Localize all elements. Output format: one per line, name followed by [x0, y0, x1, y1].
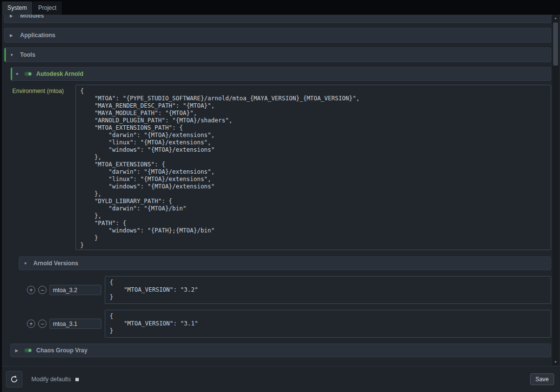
scrollbar-thumb[interactable]: [553, 23, 558, 66]
chevron-right-icon: ▶: [10, 33, 15, 38]
group-title-arnold: Autodesk Arnold: [36, 70, 83, 77]
scroll-down-icon[interactable]: ▼: [552, 359, 559, 366]
chevron-down-icon: ▼: [10, 53, 15, 57]
chevron-right-icon: ▶: [15, 348, 20, 353]
add-version-button[interactable]: +: [27, 286, 35, 294]
refresh-button[interactable]: [6, 371, 23, 388]
version-row: + − { "MTOA_VERSION": "3.2" }: [27, 276, 551, 304]
arnold-enabled-toggle-icon[interactable]: [24, 72, 32, 76]
modify-defaults-checkbox[interactable]: [75, 378, 79, 381]
version-json-textarea[interactable]: { "MTOA_VERSION": "3.1" }: [105, 310, 551, 338]
tab-system[interactable]: System: [2, 1, 32, 15]
add-version-button[interactable]: +: [27, 320, 35, 328]
remove-version-button[interactable]: −: [38, 286, 47, 294]
save-button[interactable]: Save: [530, 373, 554, 385]
refresh-icon: [10, 375, 19, 384]
scrollbar[interactable]: ▲ ▼: [552, 15, 559, 366]
vray-enabled-toggle-icon[interactable]: [24, 348, 32, 352]
footer-bar: Modify defaults Save: [2, 366, 560, 392]
remove-version-button[interactable]: −: [38, 320, 47, 328]
version-row: + − { "MTOA_VERSION": "3.1" }: [27, 310, 551, 338]
section-label-tools: Tools: [20, 51, 35, 58]
subsection-header-arnold-versions[interactable]: ▼ Arnold Versions: [19, 256, 551, 270]
section-header-tools[interactable]: ▼ Tools: [4, 47, 551, 62]
section-label-modules: Modules: [20, 15, 44, 19]
modify-defaults-label: Modify defaults: [31, 376, 71, 383]
environment-row: Environment (mtoa) { "MTOA": "{PYPE_STUD…: [12, 85, 551, 250]
settings-panel: ▶ Modules ▶ Applications ▼ Tools ▼ Autod…: [0, 15, 560, 392]
environment-json-textarea[interactable]: { "MTOA": "{PYPE_STUDIO_SOFTWARE}/arnold…: [75, 85, 551, 250]
group-title-vray: Chaos Group Vray: [36, 347, 88, 354]
settings-scroll-area: ▶ Modules ▶ Applications ▼ Tools ▼ Autod…: [2, 15, 551, 366]
group-header-vray[interactable]: ▶ Chaos Group Vray: [10, 344, 551, 357]
tab-bar: System Project: [0, 0, 560, 15]
chevron-down-icon: ▼: [15, 72, 20, 76]
group-header-arnold[interactable]: ▼ Autodesk Arnold: [10, 67, 551, 81]
tab-project[interactable]: Project: [33, 1, 62, 15]
version-key-input[interactable]: [49, 319, 101, 329]
section-label-applications: Applications: [20, 32, 55, 39]
version-key-input[interactable]: [49, 285, 101, 295]
section-header-applications[interactable]: ▶ Applications: [4, 28, 551, 43]
tools-section-body: ▼ Autodesk Arnold Environment (mtoa) { "…: [4, 67, 551, 357]
chevron-down-icon: ▼: [23, 261, 28, 266]
version-json-textarea[interactable]: { "MTOA_VERSION": "3.2" }: [105, 276, 551, 304]
scrollbar-track[interactable]: [552, 22, 559, 359]
subsection-label-arnold-versions: Arnold Versions: [33, 260, 78, 267]
scroll-up-icon[interactable]: ▲: [552, 15, 559, 22]
environment-label: Environment (mtoa): [12, 85, 73, 250]
section-header-modules[interactable]: ▶ Modules: [4, 15, 551, 23]
chevron-right-icon: ▶: [10, 15, 15, 18]
